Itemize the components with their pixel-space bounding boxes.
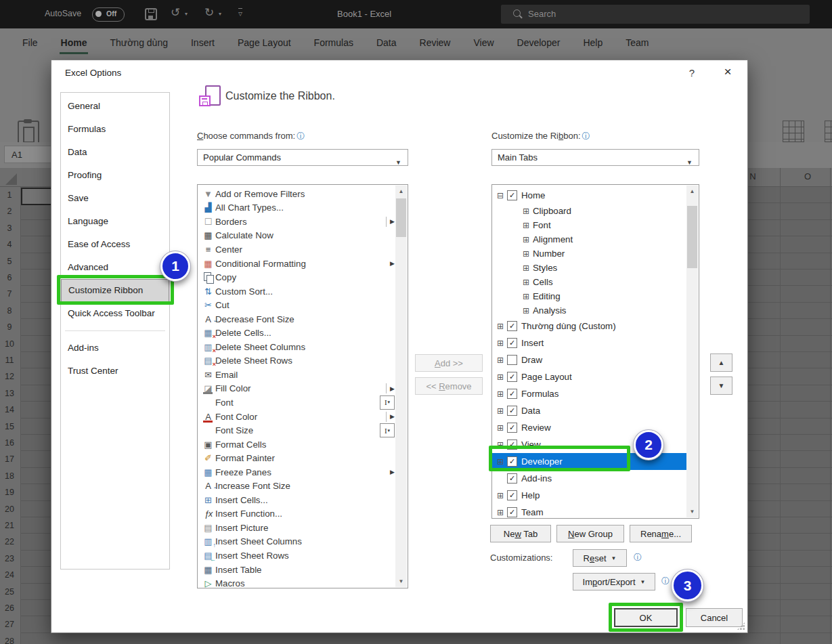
ribbon-tab-page-layout[interactable]: Page Layout bbox=[226, 28, 303, 57]
ribbon-tabs-dropdown[interactable]: Main Tabs ▼ bbox=[491, 149, 699, 166]
expand-plus-icon[interactable]: ⊞ bbox=[523, 292, 533, 301]
command-item-insert-function[interactable]: ƒxInsert Function... bbox=[198, 507, 395, 521]
ribbon-tab-insert[interactable]: Insert bbox=[179, 28, 226, 57]
expand-plus-icon[interactable]: ⊞ bbox=[523, 306, 533, 316]
ribbon-tab-th-ng-d-ng[interactable]: Thường dùng bbox=[98, 28, 179, 57]
command-item-all-chart-types[interactable]: ▟All Chart Types... bbox=[198, 201, 395, 215]
row-header-15[interactable]: 15 bbox=[0, 418, 19, 435]
row-header-9[interactable]: 9 bbox=[0, 319, 19, 335]
ribbon-tree-item-cells[interactable]: ⊞Cells bbox=[492, 275, 686, 289]
command-item-font-color[interactable]: AFont Color▶ bbox=[198, 410, 395, 424]
row-header-4[interactable]: 4 bbox=[0, 236, 19, 253]
sidebar-item-ease-of-access[interactable]: Ease of Access bbox=[61, 233, 169, 256]
row-header-12[interactable]: 12 bbox=[0, 368, 19, 385]
scroll-thumb[interactable] bbox=[687, 206, 697, 268]
command-item-delete-sheet-columns[interactable]: ▥×Delete Sheet Columns bbox=[198, 340, 395, 354]
command-item-insert-picture[interactable]: ▤Insert Picture bbox=[198, 521, 395, 535]
import-export-button[interactable]: Import/Export▼ bbox=[573, 573, 655, 591]
row-header-11[interactable]: 11 bbox=[0, 352, 19, 368]
checkbox-team[interactable]: ✓ bbox=[507, 507, 517, 517]
move-up-button[interactable]: ▲ bbox=[710, 353, 732, 372]
command-item-cut[interactable]: ✂Cut bbox=[198, 298, 395, 312]
ribbon-tree-item-font[interactable]: ⊞Font bbox=[492, 218, 686, 232]
new-group-button[interactable]: New Group bbox=[556, 525, 624, 542]
scroll-thumb[interactable] bbox=[396, 198, 406, 237]
expand-plus-icon[interactable]: ⊞ bbox=[523, 249, 533, 259]
row-header-5[interactable]: 5 bbox=[0, 253, 19, 270]
undo-dropdown-icon[interactable]: ▾ bbox=[185, 11, 188, 17]
command-item-increase-font-size[interactable]: AˆIncrease Font Size bbox=[198, 479, 395, 493]
row-header-6[interactable]: 6 bbox=[0, 270, 19, 286]
scroll-up-icon[interactable]: ▲ bbox=[395, 186, 407, 197]
ribbon-tree-item-editing[interactable]: ⊞Editing bbox=[492, 289, 686, 303]
autosave-toggle[interactable]: Off bbox=[92, 7, 125, 22]
command-item-center[interactable]: ≡Center bbox=[198, 242, 395, 257]
reset-button[interactable]: Reset▼ bbox=[573, 549, 627, 567]
sidebar-item-quick-access-toolbar[interactable]: Quick Access Toolbar bbox=[61, 302, 169, 325]
search-box[interactable]: Search bbox=[501, 5, 810, 24]
ribbon-tab-file[interactable]: File bbox=[11, 28, 49, 57]
command-item-conditional-formatting[interactable]: ▦Conditional Formatting▶ bbox=[198, 257, 395, 271]
checkbox-th-ng-d-ng-custom[interactable]: ✓ bbox=[507, 321, 517, 331]
row-header-25[interactable]: 25 bbox=[0, 584, 19, 600]
checkbox-data[interactable]: ✓ bbox=[507, 406, 517, 416]
ribbon-tab-team[interactable]: Team bbox=[614, 28, 660, 57]
command-item-add-or-remove-filters[interactable]: ▼Add or Remove Filters bbox=[198, 187, 395, 201]
commands-source-dropdown[interactable]: Popular Commands ▼ bbox=[197, 149, 408, 166]
checkbox-review[interactable]: ✓ bbox=[507, 423, 517, 433]
row-header-26[interactable]: 26 bbox=[0, 600, 19, 616]
expand-plus-icon[interactable]: ⊞ bbox=[523, 207, 533, 216]
scroll-down-icon[interactable]: ▼ bbox=[395, 576, 407, 587]
checkbox-formulas[interactable]: ✓ bbox=[507, 389, 517, 399]
row-header-14[interactable]: 14 bbox=[0, 402, 19, 418]
ribbon-tree-item-add-ins[interactable]: ✓Add-ins bbox=[492, 470, 686, 487]
save-icon[interactable] bbox=[145, 8, 157, 20]
expand-plus-icon[interactable]: ⊞ bbox=[497, 389, 507, 399]
row-header-27[interactable]: 27 bbox=[0, 616, 19, 632]
checkbox-add-ins[interactable]: ✓ bbox=[507, 473, 517, 484]
row-header-3[interactable]: 3 bbox=[0, 220, 19, 236]
expand-plus-icon[interactable]: ⊞ bbox=[497, 339, 507, 348]
row-header-7[interactable]: 7 bbox=[0, 286, 19, 302]
command-item-borders[interactable]: ☐Borders▶ bbox=[198, 215, 395, 229]
command-item-insert-sheet-columns[interactable]: ▥↑Insert Sheet Columns bbox=[198, 535, 395, 549]
redo-icon[interactable]: ↻ bbox=[204, 5, 214, 20]
expand-plus-icon[interactable]: ⊞ bbox=[523, 263, 533, 273]
row-header-24[interactable]: 24 bbox=[0, 567, 19, 583]
expand-plus-icon[interactable]: ⊞ bbox=[523, 221, 533, 230]
command-item-decrease-font-size[interactable]: AˇDecrease Font Size bbox=[198, 312, 395, 326]
sidebar-item-proofing[interactable]: Proofing bbox=[61, 164, 169, 187]
row-header-19[interactable]: 19 bbox=[0, 484, 19, 500]
ribbon-tree-item-clipboard[interactable]: ⊞Clipboard bbox=[492, 204, 686, 218]
sidebar-item-formulas[interactable]: Formulas bbox=[61, 118, 169, 141]
commands-scrollbar[interactable]: ▲ ▼ bbox=[395, 186, 407, 587]
ribbon-tab-view[interactable]: View bbox=[462, 28, 505, 57]
sidebar-item-trust-center[interactable]: Trust Center bbox=[61, 360, 169, 383]
sidebar-item-add-ins[interactable]: Add-ins bbox=[61, 337, 169, 360]
row-header-28[interactable]: 28 bbox=[0, 633, 19, 644]
command-item-freeze-panes[interactable]: ▦Freeze Panes▶ bbox=[198, 465, 395, 479]
row-header-10[interactable]: 10 bbox=[0, 336, 19, 352]
row-header-13[interactable]: 13 bbox=[0, 385, 19, 402]
row-header-22[interactable]: 22 bbox=[0, 534, 19, 550]
command-item-format-cells[interactable]: ▣Format Cells bbox=[198, 437, 395, 452]
command-item-format-painter[interactable]: ✐Format Painter bbox=[198, 451, 395, 465]
selected-cell-a1[interactable] bbox=[21, 188, 53, 205]
sidebar-item-general[interactable]: General bbox=[61, 95, 169, 118]
ribbon-tab-review[interactable]: Review bbox=[408, 28, 462, 57]
undo-icon[interactable]: ↺ bbox=[171, 5, 180, 20]
ribbon-tree-item-th-ng-d-ng-custom[interactable]: ⊞✓Thường dùng (Custom) bbox=[492, 318, 686, 335]
move-down-button[interactable]: ▼ bbox=[710, 377, 732, 395]
row-header-2[interactable]: 2 bbox=[0, 203, 19, 219]
command-item-macros[interactable]: ▷Macros bbox=[198, 576, 395, 588]
ribbon-tree-item-data[interactable]: ⊞✓Data bbox=[492, 402, 686, 419]
ribbon-tree-item-help[interactable]: ⊞✓Help bbox=[492, 487, 686, 504]
ribbon-tree-item-home[interactable]: ⊟✓Home bbox=[492, 187, 686, 204]
command-item-font-size[interactable]: Font SizeI▾ bbox=[198, 423, 395, 437]
cancel-button[interactable]: Cancel bbox=[686, 608, 743, 627]
ribbon-tab-help[interactable]: Help bbox=[571, 28, 614, 57]
tree-scrollbar[interactable]: ▲ ▼ bbox=[686, 186, 698, 517]
command-item-delete-sheet-rows[interactable]: ▤×Delete Sheet Rows bbox=[198, 354, 395, 368]
remove-button[interactable]: << Remove bbox=[415, 377, 483, 395]
ribbon-tree-item-analysis[interactable]: ⊞Analysis bbox=[492, 303, 686, 318]
